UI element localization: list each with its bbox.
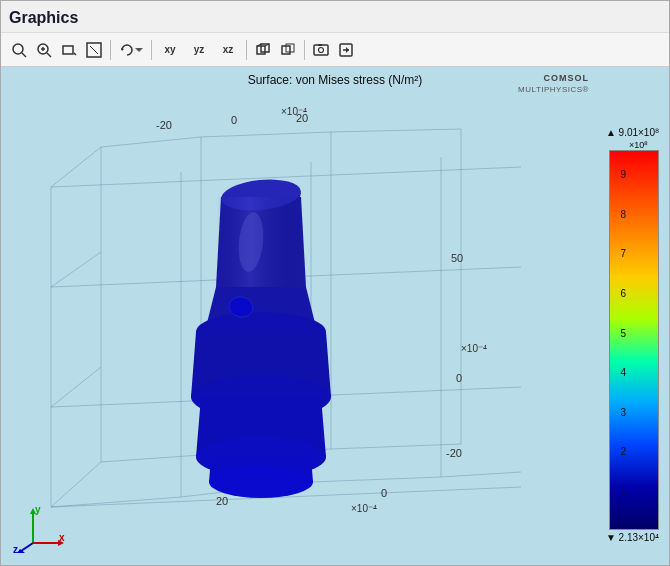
rotate-group (115, 38, 147, 62)
tick-label: 1 (620, 486, 626, 497)
svg-point-19 (319, 47, 324, 52)
svg-text:y: y (35, 504, 41, 515)
title-bar: Graphics (1, 1, 669, 33)
toolbar: xy yz xz (1, 33, 669, 67)
zoom-extents-button[interactable] (7, 38, 31, 62)
svg-line-1 (22, 53, 26, 57)
axes-indicator: y x z (13, 503, 68, 553)
tick-label: 9 (620, 169, 626, 180)
separator-3 (246, 40, 247, 60)
svg-marker-23 (346, 47, 349, 53)
svg-rect-6 (63, 46, 73, 54)
3d-canvas[interactable] (1, 67, 669, 565)
tick-label: 5 (620, 328, 626, 339)
zoom-in-button[interactable] (32, 38, 56, 62)
svg-rect-18 (314, 45, 328, 55)
colorbar-min-value: ▼ 2.13×10⁴ (606, 532, 659, 543)
tick-label: 7 (620, 248, 626, 259)
screenshot-button[interactable] (309, 38, 333, 62)
view-xy-button[interactable]: xy (156, 38, 184, 62)
export-button[interactable] (334, 38, 358, 62)
svg-line-7 (74, 53, 76, 55)
rotate-button[interactable] (115, 38, 147, 62)
ortho-button[interactable] (276, 38, 300, 62)
svg-text:z: z (13, 544, 18, 553)
svg-marker-11 (135, 48, 143, 52)
colorbar-scale: ×10⁸ (629, 140, 648, 150)
svg-text:x: x (59, 532, 65, 543)
view-xz-button[interactable]: xz (214, 38, 242, 62)
view-yz-button[interactable]: yz (185, 38, 213, 62)
multiphysics-text: MULTIPHYSICS® (518, 85, 589, 95)
svg-point-0 (13, 44, 23, 54)
viewport[interactable]: Surface: von Mises stress (N/m²) COMSOL … (1, 67, 669, 565)
zoom-box-button[interactable] (57, 38, 81, 62)
zoom-group (7, 38, 106, 62)
tick-label: 8 (620, 209, 626, 220)
svg-line-9 (90, 46, 98, 54)
projection-group (251, 38, 300, 62)
colorbar: ▲ 9.01×10⁸ ×10⁸ 987654321 ▼ 2.13×10⁴ (609, 127, 659, 525)
separator-2 (151, 40, 152, 60)
tick-label: 4 (620, 367, 626, 378)
colorbar-gradient (609, 150, 659, 530)
colorbar-ticks-container: 987654321 (620, 169, 629, 497)
comsol-logo: COMSOL MULTIPHYSICS® (518, 73, 589, 95)
tick-label: 2 (620, 446, 626, 457)
svg-rect-20 (318, 44, 322, 46)
separator-1 (110, 40, 111, 60)
zoom-fit-button[interactable] (82, 38, 106, 62)
window-title: Graphics (9, 9, 78, 27)
colorbar-max-value: ▲ 9.01×10⁸ (606, 127, 659, 138)
perspective-button[interactable] (251, 38, 275, 62)
graphics-window: Graphics (0, 0, 670, 566)
comsol-brand-text: COMSOL (518, 73, 589, 85)
tick-label: 3 (620, 407, 626, 418)
export-group (309, 38, 358, 62)
separator-4 (304, 40, 305, 60)
view-group: xy yz xz (156, 38, 242, 62)
tick-label: 6 (620, 288, 626, 299)
svg-line-3 (47, 53, 51, 57)
